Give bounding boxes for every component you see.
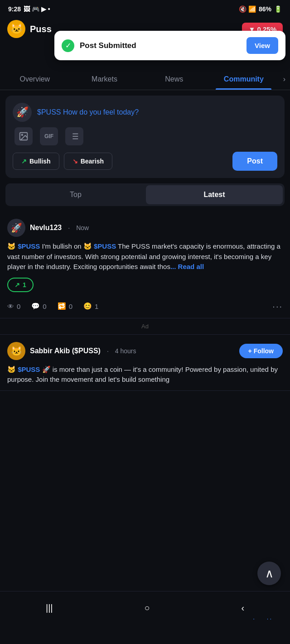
post-body-2: 🐱 $PUSS 🚀 is more than just a coin — it'… xyxy=(7,365,283,385)
feed-toggle: Top Latest xyxy=(5,183,285,206)
post-ticker-3: $PUSS xyxy=(18,365,40,373)
poll-button[interactable] xyxy=(65,127,83,145)
toast-view-button[interactable]: View xyxy=(246,37,278,54)
status-icons: 🖼 🎮 ▶ • xyxy=(24,5,50,13)
post-author-name[interactable]: Nevlu123 xyxy=(30,224,62,232)
post-placeholder-text[interactable]: $PUSS How do you feel today? xyxy=(37,108,139,116)
post-time-value: Now xyxy=(76,224,89,231)
battery-icon: 🔋 xyxy=(274,5,282,13)
bullish-count: 1 xyxy=(23,281,26,288)
tab-overview[interactable]: Overview xyxy=(0,69,70,90)
nav-tabs: Overview Markets News Community › xyxy=(0,69,290,90)
tab-more[interactable]: › xyxy=(279,69,290,90)
post-more-options[interactable]: ··· xyxy=(272,301,283,312)
post-stats-row: 👁 0 💬 0 🔁 0 😊 1 ··· xyxy=(7,298,283,318)
bearish-arrow-icon: ↘ xyxy=(72,158,78,165)
status-right-area: 🔇 📶 86% 🔋 xyxy=(239,5,282,13)
reaction-icon: 😊 xyxy=(83,302,92,310)
retweet-icon: 🔁 xyxy=(58,302,66,310)
views-stat: 👁 0 xyxy=(7,303,20,310)
post-ticker-1: $PUSS xyxy=(18,242,40,250)
android-navigation: ||| ○ ‹ xyxy=(0,596,290,619)
image-upload-button[interactable] xyxy=(14,127,33,145)
post-separator-2: · xyxy=(107,347,109,355)
ad-label: Ad xyxy=(141,323,149,330)
retweet-stat[interactable]: 🔁 0 xyxy=(58,302,72,310)
read-all-link[interactable]: ... Read all xyxy=(170,263,204,270)
post-header: 🚀 Nevlu123 · Now xyxy=(7,219,283,237)
android-back-button[interactable]: ‹ xyxy=(232,601,253,615)
post-timestamp: · xyxy=(68,224,70,231)
coin-avatar-emoji: 🐱 xyxy=(10,23,23,35)
follow-button[interactable]: + Follow xyxy=(239,344,283,358)
post-ticker: $PUSS xyxy=(37,108,61,116)
top-toggle-button[interactable]: Top xyxy=(7,185,144,204)
android-menu-button[interactable]: ||| xyxy=(37,601,62,615)
chevron-up-icon: ∧ xyxy=(265,567,274,581)
retweet-count: 0 xyxy=(69,303,72,310)
android-home-button[interactable]: ○ xyxy=(135,601,159,615)
post-item: 🚀 Nevlu123 · Now 🐱 $PUSS I'm bullish on … xyxy=(0,211,290,318)
post-header-2: 🐱 Sabbir Akib ($PUSS) · 4 hours + Follow xyxy=(7,342,283,360)
bullish-button[interactable]: ↗ Bullish xyxy=(13,153,59,170)
post-submit-button[interactable]: Post xyxy=(232,152,277,171)
status-time: 9:28 xyxy=(8,5,21,13)
post-item-2: 🐱 Sabbir Akib ($PUSS) · 4 hours + Follow… xyxy=(0,335,290,391)
coin-avatar: 🐱 xyxy=(7,20,25,38)
coin-title: Puss xyxy=(30,24,52,34)
bullish-count-badge: ↗ 1 xyxy=(7,278,34,292)
tab-community[interactable]: Community xyxy=(209,69,279,90)
post-author-avatar-2: 🐱 xyxy=(7,342,25,360)
bearish-button[interactable]: ↘ Bearish xyxy=(64,153,112,170)
bullish-label: Bullish xyxy=(29,158,51,165)
toast-message: Post Submitted xyxy=(80,41,241,50)
post-body: 🐱 $PUSS I'm bullish on 🐱 $PUSS The PUSS … xyxy=(7,241,283,272)
comments-stat[interactable]: 💬 0 xyxy=(31,302,46,310)
bullish-arrow-icon: ↗ xyxy=(21,158,27,165)
post-ticker-2: $PUSS xyxy=(94,242,116,250)
comments-count: 0 xyxy=(43,303,46,310)
views-count: 0 xyxy=(17,303,20,310)
comment-icon: 💬 xyxy=(31,302,40,310)
post-author-name-2[interactable]: Sabbir Akib ($PUSS) xyxy=(30,347,101,355)
post-media-icons: GIF xyxy=(13,127,277,145)
post-input-box: 🚀 $PUSS How do you feel today? GIF ↗ Bul… xyxy=(5,96,285,178)
post-user-avatar: 🚀 xyxy=(13,103,32,122)
reactions-count: 1 xyxy=(95,303,98,310)
scroll-to-top-button[interactable]: ∧ xyxy=(257,562,281,585)
eye-icon: 👁 xyxy=(7,303,14,310)
signal-icon: 🔇 📶 xyxy=(239,5,256,13)
latest-toggle-button[interactable]: Latest xyxy=(146,185,283,204)
post-actions-row: ↗ Bullish ↘ Bearish Post xyxy=(13,152,277,171)
bullish-arrow-badge-icon: ↗ xyxy=(14,281,20,288)
tab-markets[interactable]: Markets xyxy=(70,69,140,90)
svg-point-1 xyxy=(21,134,23,135)
post-box-header: 🚀 $PUSS How do you feel today? xyxy=(13,103,277,122)
post-author-avatar: 🚀 xyxy=(7,219,25,237)
status-time-area: 9:28 🖼 🎮 ▶ • xyxy=(8,5,50,13)
toast-notification: ✓ Post Submitted View xyxy=(54,31,285,60)
gif-button[interactable]: GIF xyxy=(40,127,58,145)
tab-news[interactable]: News xyxy=(139,69,209,90)
toast-check-icon: ✓ xyxy=(62,39,74,52)
status-bar: 9:28 🖼 🎮 ▶ • 🔇 📶 86% 🔋 xyxy=(0,0,290,16)
reactions-stat[interactable]: 😊 1 xyxy=(83,302,98,310)
battery-level: 86% xyxy=(259,5,271,13)
ad-banner: Ad xyxy=(0,318,290,335)
post-time-value-2: 4 hours xyxy=(115,347,136,355)
bearish-label: Bearish xyxy=(81,158,104,165)
